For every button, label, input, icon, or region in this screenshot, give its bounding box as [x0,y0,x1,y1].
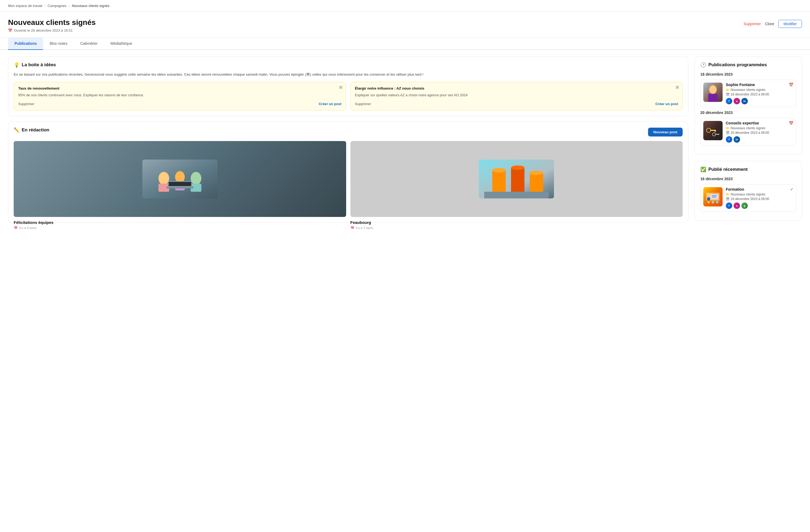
svg-point-5 [191,172,201,185]
folder-icon-sophie: 📁 [726,88,730,92]
svg-rect-28 [718,134,718,135]
breadcrumb-sep1: › [44,4,45,8]
pub-date-sophie: 🗓️ 18 décembre 2023 à 09:00 [726,93,793,96]
tab-publications[interactable]: Publications [8,37,43,50]
svg-point-19 [709,85,717,94]
draft-card-2-meta: 📅 il y a 7 jours [351,226,683,229]
ideas-title: 💡 La boite à idées [14,62,683,68]
svg-point-32 [707,194,710,197]
ideas-box: 💡 La boite à idées En se basant sur vos … [8,56,688,116]
svg-rect-15 [530,173,543,193]
close-button[interactable]: Clore [765,22,774,26]
idea-card-2-create[interactable]: Créer un post [655,102,678,106]
idea-card-2-actions: Supprimer Créer un post [355,102,678,106]
svg-point-1 [159,172,169,185]
tab-calendrier[interactable]: Calendrier [74,37,104,50]
breadcrumb: Mon espace de travail › Campagnes › Nouv… [0,0,810,12]
draft-card-2: Feaubourg 📅 il y a 7 jours Un aperçu des… [351,141,683,217]
new-post-button[interactable]: Nouveau post [648,128,683,136]
svg-point-40 [716,201,718,204]
draft-card-2-image [351,141,683,217]
published-title: ✅ Publié récemment [700,166,796,173]
draft-title: ✏️ En rédaction [14,127,49,133]
date-label-16: 16 décembre 2023 [700,177,796,181]
ideas-title-text: La boite à idées [22,62,56,68]
pub-thumb-conseils [703,121,723,140]
svg-rect-24 [714,130,715,131]
modify-button[interactable]: Modifier [778,20,802,28]
idea-card-1-text: 95% de nos clients continuent avec nous.… [18,93,342,98]
pub-social-li-sophie: in [741,98,748,104]
idea-card-1: ⌘ Taux de renouvellement 95% de nos clie… [14,82,346,111]
draft-box: ✏️ En rédaction Nouveau post [8,122,688,223]
pub-info-formation: Formation ✓ 📁 Nouveaux clients signés 🗓️… [726,187,793,209]
svg-point-38 [707,201,710,204]
svg-rect-27 [715,134,719,134]
svg-point-12 [492,168,506,173]
clock-icon-formation: 🗓️ [726,197,730,201]
tab-mediatheque[interactable]: Médiathèque [104,37,139,50]
main-content: 💡 La boite à idées En se basant sur vos … [8,56,688,223]
idea-card-1-delete[interactable]: Supprimer [18,102,34,106]
svg-rect-11 [492,170,506,193]
pub-campaign-conseils: 📁 Nouveaux clients signés [726,126,793,130]
calendar-action-icon-conseils[interactable]: 📅 [789,121,793,125]
svg-rect-17 [484,192,549,198]
ideas-description: En se basant sur vos publications récent… [14,71,683,78]
calendar-small-icon-2: 📅 [351,226,354,229]
pub-info-conseils: Conseils expertise 📅 📁 Nouveaux clients … [726,121,793,143]
pub-item-sophie[interactable]: Sophie Fontaine 📅 📁 Nouveaux clients sig… [700,80,796,107]
header-left: Nouveaux clients signés 📅 Ouverte le 28 … [8,18,96,32]
calendar-action-icon-sophie[interactable]: 📅 [789,83,793,87]
tabs-bar: Publications Bloc-notes Calendrier Média… [0,37,810,50]
pub-social-fb-formation: f [726,203,732,209]
breadcrumb-workspace[interactable]: Mon espace de travail [8,4,42,8]
draft-card-1: Félicitations équipes 📅 il y a 5 jours R… [14,141,346,217]
pub-title-formation: Formation ✓ [726,187,793,191]
breadcrumb-sep2: › [69,4,70,8]
svg-rect-9 [169,182,191,186]
pin-icon-2[interactable]: ⌘ [676,85,679,90]
pub-title-text-conseils: Conseils expertise [726,121,759,125]
clock-icon-conseils: 🗓️ [726,131,730,134]
svg-point-39 [712,201,714,204]
pub-social-fb-conseils: f [726,136,732,143]
idea-card-2-delete[interactable]: Supprimer [355,102,371,106]
ideas-cards: ⌘ Taux de renouvellement 95% de nos clie… [14,82,683,111]
pub-social-g-formation: g [741,203,748,209]
sidebar: 🕐 Publications programmées 18 décembre 2… [695,56,802,221]
draft-card-2-title: Feaubourg [351,220,683,225]
idea-card-2-text: Expliquer sur quelles valeurs AZ a chois… [355,93,678,98]
pub-social-sophie: f ● in [726,98,793,104]
scheduled-title: 🕐 Publications programmées [700,62,796,68]
date-label-18: 18 décembre 2023 [700,72,796,77]
folder-icon-formation: 📁 [726,193,730,196]
header-actions: Supprimer Clore Modifier [744,18,802,28]
pub-title-conseils: Conseils expertise 📅 [726,121,793,125]
check-icon-formation: ✓ [790,187,793,191]
pub-item-conseils[interactable]: Conseils expertise 📅 📁 Nouveaux clients … [700,118,796,146]
breadcrumb-campaigns[interactable]: Campagnes [48,4,66,8]
page-title: Nouveaux clients signés [8,18,96,27]
published-title-text: Publié récemment [708,167,747,172]
pub-campaign-formation: 📁 Nouveaux clients signés [726,193,793,196]
pub-social-conseils: f in [726,136,793,143]
delete-button[interactable]: Supprimer [744,22,761,26]
published-panel: ✅ Publié récemment 16 décembre 2023 [695,161,802,221]
svg-rect-33 [707,197,710,200]
pub-social-fb-sophie: f [726,98,732,104]
pub-title-text-formation: Formation [726,187,744,191]
idea-card-1-create[interactable]: Créer un post [319,102,342,106]
pub-item-formation[interactable]: Formation ✓ 📁 Nouveaux clients signés 🗓️… [700,184,796,212]
pin-icon-1[interactable]: ⌘ [339,85,343,90]
draft-card-1-image [14,141,346,217]
draft-cards: Félicitations équipes 📅 il y a 5 jours R… [14,141,683,217]
idea-card-1-title: Taux de renouvellement [18,86,342,90]
pub-date-formation: 🗓️ 16 décembre 2023 à 09:00 [726,197,793,201]
pub-date-conseils: 🗓️ 20 décembre 2023 à 09:00 [726,131,793,134]
clock-icon: 🕐 [700,62,706,68]
svg-point-16 [530,171,543,175]
draft-card-1-time: il y a 5 jours [19,226,36,229]
tab-bloc-notes[interactable]: Bloc-notes [43,37,74,50]
breadcrumb-current: Nouveaux clients signés [72,4,109,8]
